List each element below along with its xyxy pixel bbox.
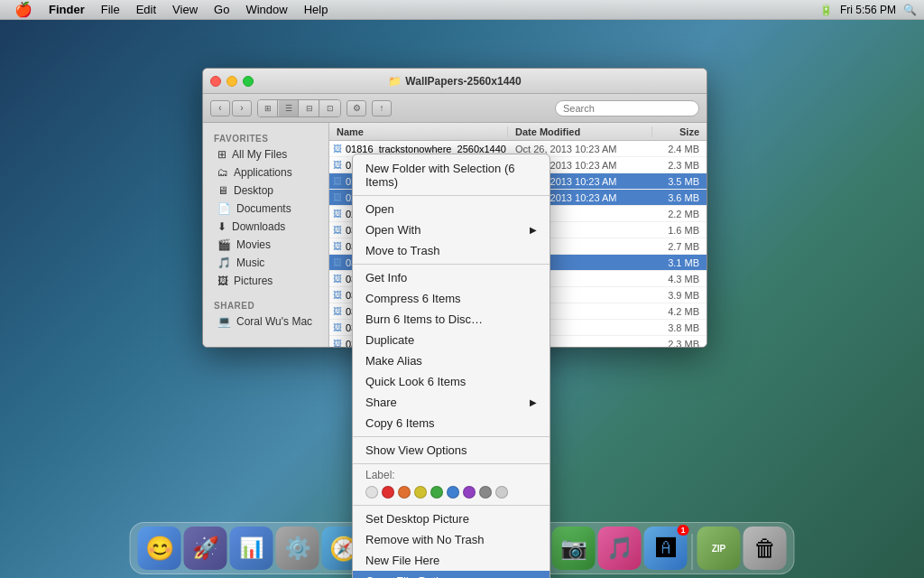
sidebar-item-downloads[interactable]: ⬇ Downloads bbox=[207, 218, 325, 236]
label-dot-purple[interactable] bbox=[463, 486, 476, 499]
sidebar-item-movies[interactable]: 🎬 Movies bbox=[207, 236, 325, 254]
file-icon: 🖼 bbox=[333, 176, 342, 186]
maximize-button[interactable] bbox=[243, 76, 254, 87]
ctx-remove-no-trash[interactable]: Remove with No Trash bbox=[353, 529, 550, 550]
file-size: 3.1 MB bbox=[652, 257, 707, 268]
label-dot-light[interactable] bbox=[495, 486, 508, 499]
menubar-left: 🍎 Finder File Edit View Go Window Help bbox=[0, 1, 335, 18]
file-size: 1.6 MB bbox=[652, 225, 707, 236]
file-size: 2.7 MB bbox=[652, 241, 707, 252]
file-icon: 🖼 bbox=[333, 225, 342, 235]
ctx-separator-5 bbox=[353, 505, 550, 506]
ctx-new-file-here[interactable]: New File Here bbox=[353, 550, 550, 571]
search-icon[interactable]: 🔍 bbox=[903, 4, 917, 16]
menu-view[interactable]: View bbox=[165, 1, 205, 18]
file-icon: 🖼 bbox=[333, 241, 342, 251]
finder-dock-icon: 😊 bbox=[145, 535, 174, 563]
file-icon: 🖼 bbox=[333, 144, 342, 154]
coverflow-view-button[interactable]: ⊡ bbox=[320, 100, 340, 117]
finder-toolbar: ‹ › ⊞ ☰ ⊟ ⊡ ⚙ ↑ bbox=[203, 94, 707, 123]
minimize-button[interactable] bbox=[226, 76, 237, 87]
ctx-duplicate[interactable]: Duplicate bbox=[353, 330, 550, 350]
dock-launchpad[interactable]: 🚀 bbox=[184, 527, 227, 570]
menu-window[interactable]: Window bbox=[238, 1, 294, 18]
dock-app-store[interactable]: 🅰 1 bbox=[644, 527, 688, 570]
label-dot-yellow[interactable] bbox=[414, 486, 427, 499]
menu-edit[interactable]: Edit bbox=[129, 1, 163, 18]
ctx-move-to-trash[interactable]: Move to Trash bbox=[353, 240, 550, 261]
column-view-button[interactable]: ⊟ bbox=[300, 100, 319, 117]
label-dot-green[interactable] bbox=[430, 486, 443, 499]
list-view-button[interactable]: ☰ bbox=[279, 100, 299, 117]
col-name-header[interactable]: Name bbox=[329, 126, 508, 137]
sidebar-item-all-files[interactable]: ⊞ All My Files bbox=[207, 145, 325, 163]
file-size: 2.4 MB bbox=[652, 144, 707, 154]
file-size: 4.3 MB bbox=[652, 274, 707, 284]
sidebar-item-coral-mac[interactable]: 💻 Coral Wu's Mac bbox=[207, 312, 325, 331]
file-size: 2.3 MB bbox=[652, 339, 707, 348]
apple-menu[interactable]: 🍎 bbox=[7, 1, 40, 18]
arrange-button[interactable]: ⚙ bbox=[346, 100, 366, 117]
sidebar-item-documents[interactable]: 📄 Documents bbox=[207, 200, 325, 218]
applications-icon: 🗂 bbox=[217, 166, 228, 179]
ctx-separator-1 bbox=[353, 195, 550, 196]
dock-separator bbox=[692, 534, 693, 570]
ctx-quick-look[interactable]: Quick Look 6 Items bbox=[353, 371, 550, 392]
sidebar-item-music[interactable]: 🎵 Music bbox=[207, 254, 325, 272]
dock-finder[interactable]: 😊 bbox=[138, 527, 181, 570]
menu-help[interactable]: Help bbox=[297, 1, 336, 18]
label-dot-blue[interactable] bbox=[447, 486, 459, 499]
ctx-open-with[interactable]: Open With ▶ bbox=[353, 219, 550, 240]
label-dot-none[interactable] bbox=[365, 486, 378, 499]
ctx-new-folder-selection[interactable]: New Folder with Selection (6 Items) bbox=[353, 158, 550, 192]
ctx-burn[interactable]: Burn 6 Items to Disc… bbox=[353, 309, 550, 330]
ctx-copy-items[interactable]: Copy 6 Items bbox=[353, 413, 550, 434]
file-icon: 🖼 bbox=[333, 160, 342, 170]
col-date-header[interactable]: Date Modified bbox=[508, 126, 652, 137]
dock-itunes[interactable]: 🎵 bbox=[598, 527, 642, 570]
ctx-separator-3 bbox=[353, 436, 550, 437]
dock-trash[interactable]: 🗑 bbox=[744, 527, 787, 570]
window-title: 📁 WallPapers-2560x1440 bbox=[388, 75, 521, 88]
ctx-show-view-options[interactable]: Show View Options bbox=[353, 440, 550, 461]
menu-go[interactable]: Go bbox=[207, 1, 236, 18]
label-dot-red[interactable] bbox=[382, 486, 394, 499]
sidebar-item-pictures[interactable]: 🖼 Pictures bbox=[207, 272, 325, 290]
back-button[interactable]: ‹ bbox=[210, 100, 230, 117]
dock-zip[interactable]: ZIP bbox=[698, 527, 741, 570]
dock-facetime[interactable]: 📷 bbox=[552, 527, 596, 570]
itunes-dock-icon: 🎵 bbox=[606, 536, 633, 561]
close-button[interactable] bbox=[210, 76, 221, 87]
submenu-arrow-share: ▶ bbox=[530, 397, 537, 407]
launchpad-dock-icon: 🚀 bbox=[192, 536, 219, 561]
search-input[interactable] bbox=[555, 100, 699, 117]
ctx-make-alias[interactable]: Make Alias bbox=[353, 350, 550, 371]
label-dot-orange[interactable] bbox=[398, 486, 411, 499]
dock-dashboard[interactable]: 📊 bbox=[230, 527, 273, 570]
ctx-compress[interactable]: Compress 6 Items bbox=[353, 288, 550, 309]
submenu-arrow-open-with: ▶ bbox=[530, 225, 537, 235]
app-name[interactable]: Finder bbox=[42, 1, 92, 18]
filelist-header: Name Date Modified Size bbox=[329, 123, 707, 141]
battery-icon: 🔋 bbox=[819, 4, 833, 16]
folder-icon: 📁 bbox=[388, 75, 402, 88]
dock-system-prefs[interactable]: ⚙️ bbox=[276, 527, 319, 570]
share-button[interactable]: ↑ bbox=[372, 100, 392, 117]
sidebar-item-applications[interactable]: 🗂 Applications bbox=[207, 163, 325, 182]
ctx-set-desktop[interactable]: Set Desktop Picture bbox=[353, 508, 550, 529]
finder-titlebar: 📁 WallPapers-2560x1440 bbox=[203, 69, 707, 94]
menu-file[interactable]: File bbox=[94, 1, 127, 18]
file-icon: 🖼 bbox=[333, 257, 342, 267]
label-dot-gray[interactable] bbox=[479, 486, 492, 499]
ctx-get-info[interactable]: Get Info bbox=[353, 267, 550, 288]
ctx-share[interactable]: Share ▶ bbox=[353, 392, 550, 413]
ctx-copy-file-path[interactable]: Copy File Path bbox=[353, 571, 550, 578]
col-size-header[interactable]: Size bbox=[652, 126, 707, 137]
favorites-header: FAVORITES bbox=[203, 130, 328, 145]
movies-icon: 🎬 bbox=[217, 238, 231, 251]
documents-icon: 📄 bbox=[217, 202, 231, 215]
sidebar-item-desktop[interactable]: 🖥 Desktop bbox=[207, 182, 325, 200]
icon-view-button[interactable]: ⊞ bbox=[258, 100, 278, 117]
ctx-open[interactable]: Open bbox=[353, 199, 550, 219]
forward-button[interactable]: › bbox=[232, 100, 252, 117]
